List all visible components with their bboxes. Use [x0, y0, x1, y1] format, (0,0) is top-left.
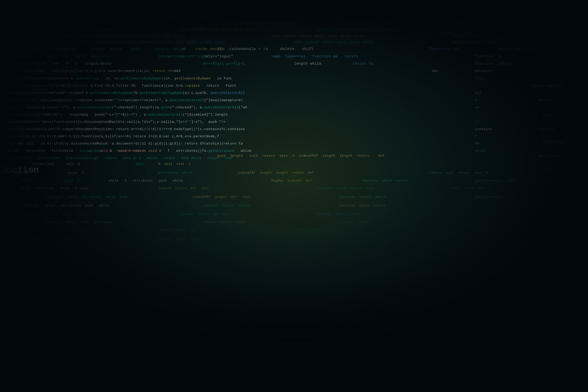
code-line: function while [339, 220, 368, 224]
code-line: push length null return test 0 indexOf0f… [217, 154, 385, 158]
code-line: indexOf length def [158, 228, 196, 232]
code-line: [id~=-]" .length||q.push("~="), a.queryS… [0, 106, 247, 110]
code-line: nodeName [90, 62, 109, 66]
code-line: fa [475, 142, 479, 146]
code-line: attributes ia function(a){return a.appen… [0, 76, 232, 81]
code-line: return getAttribute "id")==b})}:{delete … [0, 84, 236, 88]
code-line: null [543, 69, 551, 74]
code-line: function attributes push [22, 256, 70, 259]
code-line: getElementById replace [498, 37, 547, 42]
code-line: function while return while [317, 186, 375, 190]
code-line: while [543, 54, 554, 59]
code-line: id cache Handle [181, 46, 225, 52]
code-line: contains [538, 127, 556, 132]
code-line: length 0 white replace fromCharCode [249, 3, 315, 6]
code-line: length 0 white replace fromCharCode [362, 9, 428, 13]
code-line: funct [475, 76, 486, 81]
code-line: try var d&& call (a,b):if(d||c.disconnec… [0, 142, 243, 146]
code-line: QueryAttributes [0, 22, 30, 26]
code-line: null return [543, 140, 567, 145]
code-line: function apply [0, 34, 30, 38]
code-line: document [475, 69, 492, 74]
code-line: All [475, 91, 482, 96]
code-line: function apply split length 0 while getE… [0, 9, 94, 13]
code-line: push [131, 46, 141, 52]
code-line: function while push attributes [45, 246, 106, 250]
code-line: function while push attributes [45, 220, 113, 224]
code-line: indexOf0f length def test [192, 195, 251, 199]
code-line: attributes while [158, 171, 192, 175]
code-line: RegMap indexOf return apply [226, 9, 277, 13]
code-line: test [136, 162, 144, 166]
code-line: = [475, 98, 477, 103]
blur-bottom [0, 302, 588, 392]
code-line: function while attributes push [22, 228, 88, 232]
code-line: indexOf return length [158, 238, 201, 241]
code-line: Thriving RegexpPattern ChildOrder( [226, 22, 295, 26]
code-line: function apply split length 0 while getE… [11, 16, 112, 20]
code-line: toLowerCase 2 [0, 171, 28, 175]
code-line: function while return [362, 179, 408, 183]
code-line: while return [538, 154, 563, 158]
code-line: length 0 white replace [475, 26, 525, 30]
code-line: return ha function var e 1 length while [0, 62, 112, 66]
code-line: RegMap indexOf return apply [294, 16, 348, 20]
code-line: null [543, 113, 551, 118]
code-line: test indexOf return apply split while re… [271, 34, 366, 38]
code-line: RegexpPattern [532, 45, 560, 50]
code-line [0, 142, 2, 146]
code-line: function ta [475, 54, 502, 59]
code-line: toLowerCase null 2 [32, 162, 80, 166]
code-line: f [475, 134, 477, 139]
code-line: return null return test 0 [430, 171, 488, 175]
code-line: void 0 return void 0 [99, 149, 145, 153]
code-line: function return while [339, 195, 386, 199]
code-line: split length 0 while getElementById quer… [50, 34, 185, 38]
code-line: doc [430, 69, 438, 74]
code-line: Thriving RegexpPattern [418, 20, 465, 24]
code-line: toLowercase [158, 54, 183, 59]
code-line: null return test [452, 186, 486, 190]
code-line: function while return [317, 213, 360, 216]
code-line: function while attributes while push [45, 195, 128, 199]
code-line: =&&b. type===a} function ma return [271, 54, 358, 59]
code-line: null function js var === split '[' [0, 54, 96, 59]
code-line: length while [154, 46, 185, 52]
code-line: Thriving RegexpPattern ChildOrder( [113, 9, 177, 13]
code-line: function while return [339, 204, 386, 208]
code-line: length 0 while getElementById querySelec… [75, 40, 225, 45]
code-line: return"input" [203, 54, 233, 59]
code-line: function apply split length 0 while getE… [0, 28, 125, 32]
code-line: function ta [430, 46, 459, 52]
code-line: indexOf0f length length return def [237, 171, 314, 175]
code-line: length 0 while [475, 28, 503, 32]
code-line: getElementById [475, 195, 503, 199]
code-line: length while [90, 46, 122, 52]
code-line: RegMap indexOf return apply split [136, 3, 198, 6]
code-line: while 2 [68, 171, 84, 175]
code-line: RagMap indexOf def [271, 179, 312, 183]
code-line: while 0 attributes push while [108, 179, 183, 183]
code-line: function(a,b):return"undefined"!=typeof … [0, 91, 245, 96]
code-line: RegMap indexOf return getEl [452, 34, 511, 38]
code-line: ect id="-u"."-r\\' msallowcapture='><opt… [0, 98, 243, 103]
fade-bottom [0, 306, 588, 392]
code-line: null [543, 168, 551, 172]
code-layer: function apply split length 0 white getE… [0, 0, 588, 392]
code-line: 1 =e-fa.setDocument function(a){var b,e,… [0, 69, 180, 74]
code-line: e===f[g|l g==f[g−1 [203, 62, 245, 66]
fade-top [0, 0, 588, 41]
code-line: t(v,b)?1:k?J(k,a)-J(k,b):0:4&d?-1:1}):fu… [0, 134, 219, 139]
code-line: return replace [532, 84, 562, 88]
code-line: test indexOf return apply split while [294, 40, 374, 45]
code-line: indexOf return def test [158, 186, 209, 190]
code-line: function attributes while 0 push return [0, 213, 86, 216]
code-line: indexOf return length [203, 220, 247, 224]
code-line: function while attributes while 0 push [0, 186, 88, 190]
code-line: getElementById null [475, 179, 515, 183]
blur-left [0, 0, 34, 392]
code-line: function while [0, 179, 30, 183]
code-line: 0 null test 2 [158, 162, 190, 166]
code-line: function go var function b [0, 46, 75, 52]
dof-overlay [0, 0, 588, 392]
